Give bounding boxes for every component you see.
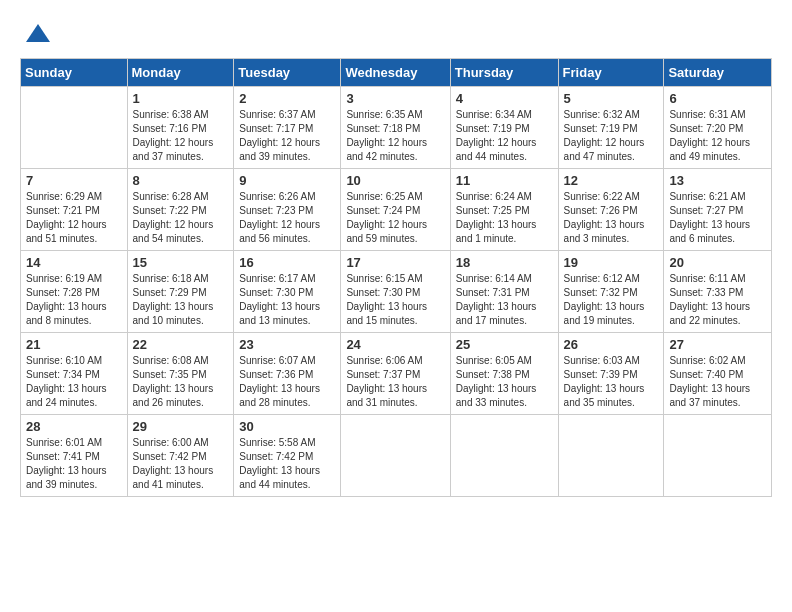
cell-info: Sunrise: 6:22 AMSunset: 7:26 PMDaylight:… <box>564 190 659 246</box>
cell-date-number: 23 <box>239 337 335 352</box>
logo <box>20 20 52 48</box>
calendar-cell: 18Sunrise: 6:14 AMSunset: 7:31 PMDayligh… <box>450 251 558 333</box>
calendar-cell: 29Sunrise: 6:00 AMSunset: 7:42 PMDayligh… <box>127 415 234 497</box>
cell-info: Sunrise: 6:37 AMSunset: 7:17 PMDaylight:… <box>239 108 335 164</box>
cell-date-number: 1 <box>133 91 229 106</box>
cell-info: Sunrise: 6:10 AMSunset: 7:34 PMDaylight:… <box>26 354 122 410</box>
calendar-cell: 16Sunrise: 6:17 AMSunset: 7:30 PMDayligh… <box>234 251 341 333</box>
cell-info: Sunrise: 6:02 AMSunset: 7:40 PMDaylight:… <box>669 354 766 410</box>
svg-rect-1 <box>34 34 42 42</box>
cell-date-number: 18 <box>456 255 553 270</box>
cell-date-number: 6 <box>669 91 766 106</box>
cell-date-number: 19 <box>564 255 659 270</box>
header-day-thursday: Thursday <box>450 59 558 87</box>
cell-date-number: 7 <box>26 173 122 188</box>
cell-info: Sunrise: 6:35 AMSunset: 7:18 PMDaylight:… <box>346 108 444 164</box>
cell-info: Sunrise: 6:21 AMSunset: 7:27 PMDaylight:… <box>669 190 766 246</box>
cell-info: Sunrise: 6:24 AMSunset: 7:25 PMDaylight:… <box>456 190 553 246</box>
calendar-cell: 23Sunrise: 6:07 AMSunset: 7:36 PMDayligh… <box>234 333 341 415</box>
calendar-cell: 27Sunrise: 6:02 AMSunset: 7:40 PMDayligh… <box>664 333 772 415</box>
cell-info: Sunrise: 6:06 AMSunset: 7:37 PMDaylight:… <box>346 354 444 410</box>
cell-info: Sunrise: 6:03 AMSunset: 7:39 PMDaylight:… <box>564 354 659 410</box>
cell-info: Sunrise: 6:34 AMSunset: 7:19 PMDaylight:… <box>456 108 553 164</box>
calendar-table: SundayMondayTuesdayWednesdayThursdayFrid… <box>20 58 772 497</box>
calendar-cell: 5Sunrise: 6:32 AMSunset: 7:19 PMDaylight… <box>558 87 664 169</box>
calendar-cell: 3Sunrise: 6:35 AMSunset: 7:18 PMDaylight… <box>341 87 450 169</box>
cell-date-number: 20 <box>669 255 766 270</box>
calendar-cell: 6Sunrise: 6:31 AMSunset: 7:20 PMDaylight… <box>664 87 772 169</box>
cell-date-number: 25 <box>456 337 553 352</box>
calendar-cell: 4Sunrise: 6:34 AMSunset: 7:19 PMDaylight… <box>450 87 558 169</box>
cell-info: Sunrise: 5:58 AMSunset: 7:42 PMDaylight:… <box>239 436 335 492</box>
calendar-cell: 19Sunrise: 6:12 AMSunset: 7:32 PMDayligh… <box>558 251 664 333</box>
calendar-cell: 2Sunrise: 6:37 AMSunset: 7:17 PMDaylight… <box>234 87 341 169</box>
calendar-cell: 24Sunrise: 6:06 AMSunset: 7:37 PMDayligh… <box>341 333 450 415</box>
logo-icon <box>24 20 52 48</box>
cell-date-number: 30 <box>239 419 335 434</box>
cell-info: Sunrise: 6:28 AMSunset: 7:22 PMDaylight:… <box>133 190 229 246</box>
cell-date-number: 4 <box>456 91 553 106</box>
cell-date-number: 22 <box>133 337 229 352</box>
cell-date-number: 11 <box>456 173 553 188</box>
cell-date-number: 15 <box>133 255 229 270</box>
calendar-cell <box>450 415 558 497</box>
cell-date-number: 5 <box>564 91 659 106</box>
calendar-cell: 1Sunrise: 6:38 AMSunset: 7:16 PMDaylight… <box>127 87 234 169</box>
calendar-cell: 21Sunrise: 6:10 AMSunset: 7:34 PMDayligh… <box>21 333 128 415</box>
calendar-cell: 13Sunrise: 6:21 AMSunset: 7:27 PMDayligh… <box>664 169 772 251</box>
cell-date-number: 16 <box>239 255 335 270</box>
cell-date-number: 8 <box>133 173 229 188</box>
calendar-cell <box>664 415 772 497</box>
page-header <box>20 20 772 48</box>
calendar-cell: 9Sunrise: 6:26 AMSunset: 7:23 PMDaylight… <box>234 169 341 251</box>
calendar-cell: 26Sunrise: 6:03 AMSunset: 7:39 PMDayligh… <box>558 333 664 415</box>
header-day-monday: Monday <box>127 59 234 87</box>
cell-info: Sunrise: 6:18 AMSunset: 7:29 PMDaylight:… <box>133 272 229 328</box>
calendar-cell <box>558 415 664 497</box>
calendar-cell: 12Sunrise: 6:22 AMSunset: 7:26 PMDayligh… <box>558 169 664 251</box>
cell-info: Sunrise: 6:32 AMSunset: 7:19 PMDaylight:… <box>564 108 659 164</box>
header-day-wednesday: Wednesday <box>341 59 450 87</box>
calendar-cell: 20Sunrise: 6:11 AMSunset: 7:33 PMDayligh… <box>664 251 772 333</box>
calendar-cell: 15Sunrise: 6:18 AMSunset: 7:29 PMDayligh… <box>127 251 234 333</box>
cell-info: Sunrise: 6:19 AMSunset: 7:28 PMDaylight:… <box>26 272 122 328</box>
cell-info: Sunrise: 6:01 AMSunset: 7:41 PMDaylight:… <box>26 436 122 492</box>
calendar-cell: 30Sunrise: 5:58 AMSunset: 7:42 PMDayligh… <box>234 415 341 497</box>
calendar-cell <box>21 87 128 169</box>
calendar-week-row: 1Sunrise: 6:38 AMSunset: 7:16 PMDaylight… <box>21 87 772 169</box>
calendar-cell: 22Sunrise: 6:08 AMSunset: 7:35 PMDayligh… <box>127 333 234 415</box>
cell-info: Sunrise: 6:31 AMSunset: 7:20 PMDaylight:… <box>669 108 766 164</box>
calendar-cell: 7Sunrise: 6:29 AMSunset: 7:21 PMDaylight… <box>21 169 128 251</box>
calendar-week-row: 14Sunrise: 6:19 AMSunset: 7:28 PMDayligh… <box>21 251 772 333</box>
calendar-cell: 11Sunrise: 6:24 AMSunset: 7:25 PMDayligh… <box>450 169 558 251</box>
calendar-cell <box>341 415 450 497</box>
header-day-friday: Friday <box>558 59 664 87</box>
cell-date-number: 28 <box>26 419 122 434</box>
cell-info: Sunrise: 6:08 AMSunset: 7:35 PMDaylight:… <box>133 354 229 410</box>
calendar-week-row: 7Sunrise: 6:29 AMSunset: 7:21 PMDaylight… <box>21 169 772 251</box>
cell-info: Sunrise: 6:11 AMSunset: 7:33 PMDaylight:… <box>669 272 766 328</box>
calendar-week-row: 21Sunrise: 6:10 AMSunset: 7:34 PMDayligh… <box>21 333 772 415</box>
cell-date-number: 14 <box>26 255 122 270</box>
cell-date-number: 27 <box>669 337 766 352</box>
cell-info: Sunrise: 6:26 AMSunset: 7:23 PMDaylight:… <box>239 190 335 246</box>
cell-date-number: 26 <box>564 337 659 352</box>
header-day-tuesday: Tuesday <box>234 59 341 87</box>
calendar-cell: 8Sunrise: 6:28 AMSunset: 7:22 PMDaylight… <box>127 169 234 251</box>
cell-info: Sunrise: 6:00 AMSunset: 7:42 PMDaylight:… <box>133 436 229 492</box>
cell-info: Sunrise: 6:05 AMSunset: 7:38 PMDaylight:… <box>456 354 553 410</box>
cell-info: Sunrise: 6:12 AMSunset: 7:32 PMDaylight:… <box>564 272 659 328</box>
cell-date-number: 17 <box>346 255 444 270</box>
calendar-week-row: 28Sunrise: 6:01 AMSunset: 7:41 PMDayligh… <box>21 415 772 497</box>
cell-date-number: 9 <box>239 173 335 188</box>
cell-info: Sunrise: 6:07 AMSunset: 7:36 PMDaylight:… <box>239 354 335 410</box>
calendar-cell: 25Sunrise: 6:05 AMSunset: 7:38 PMDayligh… <box>450 333 558 415</box>
cell-date-number: 3 <box>346 91 444 106</box>
cell-date-number: 10 <box>346 173 444 188</box>
cell-info: Sunrise: 6:17 AMSunset: 7:30 PMDaylight:… <box>239 272 335 328</box>
header-day-saturday: Saturday <box>664 59 772 87</box>
cell-date-number: 13 <box>669 173 766 188</box>
cell-info: Sunrise: 6:15 AMSunset: 7:30 PMDaylight:… <box>346 272 444 328</box>
calendar-cell: 17Sunrise: 6:15 AMSunset: 7:30 PMDayligh… <box>341 251 450 333</box>
cell-info: Sunrise: 6:14 AMSunset: 7:31 PMDaylight:… <box>456 272 553 328</box>
